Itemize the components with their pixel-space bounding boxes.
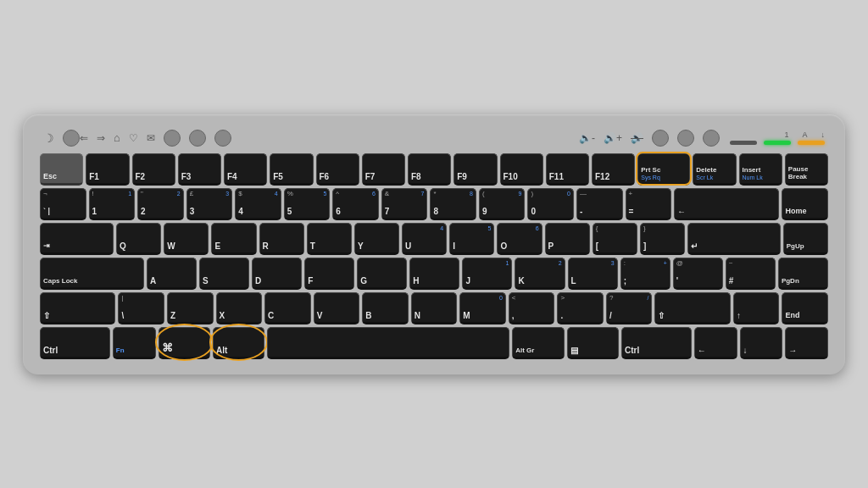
- key-backspace[interactable]: ←: [674, 188, 779, 220]
- key-f8[interactable]: F8: [408, 153, 451, 186]
- keyboard: ☽ ⇐ ⇒ ⌂ ♡ ✉ 🔈- 🔊+ 🔊 1 A ↓: [23, 114, 845, 374]
- key-hash[interactable]: ~ #: [726, 258, 776, 290]
- key-home[interactable]: Home: [782, 188, 828, 220]
- key-7[interactable]: & 7 7: [381, 188, 428, 220]
- key-e[interactable]: E: [211, 223, 256, 255]
- key-f5[interactable]: F5: [270, 153, 313, 186]
- key-j[interactable]: 1 J: [462, 258, 512, 290]
- key-f11[interactable]: F11: [546, 153, 589, 186]
- key-lshift[interactable]: ⇧: [40, 292, 115, 324]
- key-end[interactable]: End: [782, 292, 828, 324]
- key-fn[interactable]: Fn: [113, 327, 156, 359]
- key-down[interactable]: ↓: [740, 327, 783, 359]
- key-6[interactable]: ^ 6 6: [332, 188, 379, 220]
- key-0[interactable]: ) 0 0: [527, 188, 574, 220]
- key-rbracket[interactable]: } ]: [640, 223, 685, 255]
- indicator-4: [214, 130, 231, 147]
- key-tab[interactable]: ⇥: [40, 223, 114, 255]
- number-row: ¬ ` | ! 1 1 " 2 2 £ 3 3 $ 4 4: [40, 188, 828, 220]
- led-scroll: [798, 141, 825, 145]
- indicator-5: [652, 130, 669, 147]
- key-comma[interactable]: < ,: [509, 292, 555, 324]
- key-i[interactable]: 5 I: [449, 223, 494, 255]
- key-5[interactable]: % 5 5: [284, 188, 331, 220]
- key-prtsc[interactable]: Prt Sc Sys Rq: [637, 153, 690, 186]
- key-esc[interactable]: Esc: [40, 153, 83, 186]
- key-semicolon[interactable]: : + ;: [620, 258, 670, 290]
- key-1[interactable]: ! 1 1: [89, 188, 136, 220]
- key-b[interactable]: B: [362, 292, 409, 324]
- key-cmd[interactable]: ⌘: [159, 327, 210, 359]
- key-l[interactable]: 3 L: [568, 258, 618, 290]
- key-f12[interactable]: F12: [592, 153, 635, 186]
- key-3[interactable]: £ 3 3: [186, 188, 233, 220]
- key-quote[interactable]: @ ': [673, 258, 723, 290]
- key-v[interactable]: V: [314, 292, 360, 324]
- key-f[interactable]: F: [304, 258, 354, 290]
- key-lbracket[interactable]: { [: [593, 223, 637, 255]
- key-q[interactable]: Q: [116, 223, 161, 255]
- key-alt[interactable]: Alt: [213, 327, 264, 359]
- key-up[interactable]: ↑: [733, 292, 780, 324]
- key-a[interactable]: A: [147, 258, 197, 290]
- shift-row: ⇧ | \ Z X C V B N 0 M < , > .: [40, 292, 828, 324]
- qwerty-row: ⇥ Q W E R T Y 4 U 5 I 6 O P { [: [40, 223, 828, 255]
- key-equals[interactable]: + =: [626, 188, 672, 220]
- vol-down-icon: 🔈-: [579, 132, 595, 144]
- key-f2[interactable]: F2: [132, 153, 175, 186]
- key-y[interactable]: Y: [354, 223, 399, 255]
- key-f7[interactable]: F7: [362, 153, 405, 186]
- key-z[interactable]: Z: [167, 292, 214, 324]
- key-t[interactable]: T: [307, 223, 352, 255]
- key-altgr[interactable]: Alt Gr: [512, 327, 564, 359]
- key-period[interactable]: > .: [557, 292, 604, 324]
- key-right[interactable]: →: [785, 327, 828, 359]
- key-lctrl[interactable]: Ctrl: [40, 327, 110, 359]
- key-pgdn[interactable]: PgDn: [778, 258, 828, 290]
- key-o[interactable]: 6 O: [497, 223, 542, 255]
- key-space[interactable]: [267, 327, 509, 359]
- key-pause[interactable]: Pause Break: [785, 153, 828, 186]
- key-backtick[interactable]: ¬ ` |: [40, 188, 86, 220]
- key-rshift[interactable]: ⇧: [654, 292, 730, 324]
- key-h[interactable]: H: [409, 258, 459, 290]
- key-minus[interactable]: — -: [576, 188, 623, 220]
- key-f1[interactable]: F1: [86, 153, 129, 186]
- key-n[interactable]: N: [411, 292, 458, 324]
- key-pgup[interactable]: PgUp: [783, 223, 828, 255]
- key-insert[interactable]: Insert Num Lk: [739, 153, 782, 186]
- key-f9[interactable]: F9: [453, 153, 497, 186]
- key-9[interactable]: ( 9 9: [479, 188, 526, 220]
- key-w[interactable]: W: [164, 223, 209, 255]
- key-f3[interactable]: F3: [178, 153, 221, 186]
- home-icon: ⌂: [114, 131, 120, 144]
- key-x[interactable]: X: [216, 292, 263, 324]
- home-row: Caps Lock A S D F G H 1 J 2 K 3 L : +: [40, 258, 828, 290]
- key-enter[interactable]: ↵: [687, 223, 781, 255]
- key-c[interactable]: C: [264, 292, 311, 324]
- key-f10[interactable]: F10: [500, 153, 543, 186]
- key-rctrl[interactable]: Ctrl: [621, 327, 692, 359]
- key-r[interactable]: R: [259, 223, 304, 255]
- keys-area: Esc F1 F2 F3 F4 F5 F6 F7 F8 F9 F10 F11 F…: [40, 153, 828, 359]
- led-group: 1 A ↓: [730, 130, 825, 145]
- key-menu[interactable]: ▤: [567, 327, 619, 359]
- key-s[interactable]: S: [199, 258, 249, 290]
- key-d[interactable]: D: [252, 258, 302, 290]
- key-delete[interactable]: Delete Scr Lk: [693, 153, 736, 186]
- key-slash[interactable]: ? / /: [606, 292, 653, 324]
- key-f6[interactable]: F6: [316, 153, 359, 186]
- key-capslock[interactable]: Caps Lock: [40, 258, 144, 290]
- key-m[interactable]: 0 M: [459, 292, 506, 324]
- key-p[interactable]: P: [545, 223, 590, 255]
- key-k[interactable]: 2 K: [515, 258, 565, 290]
- key-u[interactable]: 4 U: [402, 223, 447, 255]
- key-backslash[interactable]: | \: [118, 292, 164, 324]
- led-label-a: A: [802, 130, 807, 139]
- key-8[interactable]: * 8 8: [430, 188, 476, 220]
- key-2[interactable]: " 2 2: [137, 188, 184, 220]
- key-f4[interactable]: F4: [224, 153, 267, 186]
- key-g[interactable]: G: [357, 258, 407, 290]
- key-4[interactable]: $ 4 4: [235, 188, 281, 220]
- key-left[interactable]: ←: [694, 327, 737, 359]
